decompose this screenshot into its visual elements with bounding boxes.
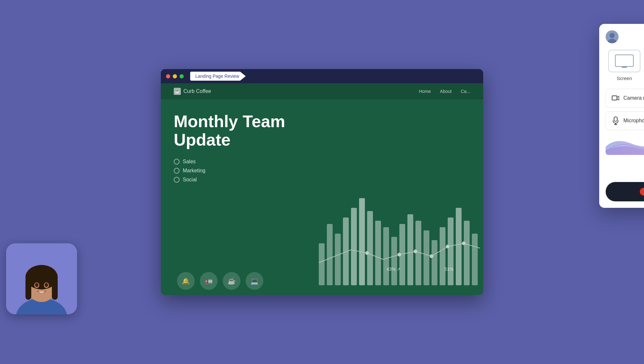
list-item: Sales [174,159,470,165]
svg-rect-16 [448,217,454,285]
hero-text: Monthly TeamUpdate Sales Marketing So [174,112,470,183]
svg-rect-0 [319,243,325,285]
svg-rect-33 [25,277,31,300]
svg-rect-2 [335,234,341,285]
microphone-icon [612,116,619,125]
nav-ca[interactable]: Ca... [461,89,470,94]
svg-rect-42 [615,55,633,66]
microphone-dropdown[interactable]: Microphone name ⌄ [606,111,644,130]
svg-text:43% ↗: 43% ↗ [386,267,401,272]
user-avatar-card [6,243,77,314]
list-item: Marketing [174,168,470,174]
list-dot [174,159,180,165]
traffic-light-yellow[interactable] [173,74,177,78]
list-dot [174,168,180,174]
list-item-label: Marketing [183,168,205,174]
site-nav-links: Home About Ca... [419,89,470,94]
bottom-icons-bar: 🔔 🚛 ☕ 💻 [177,267,263,295]
hero-title: Monthly TeamUpdate [174,112,470,149]
list-item-label: Social [183,177,197,183]
svg-text:51%: 51% [444,267,454,272]
outer-container: Landing Page Review ☕ Curb Coffee Home A… [32,24,612,340]
screen-mode-icon-box [608,50,640,72]
mode-screen-label: Screen [617,76,632,81]
browser-content: ☕ Curb Coffee Home About Ca... Monthly T… [161,83,483,295]
chart-area: 43% ↗ 51% [316,192,483,295]
list-dot [174,177,180,183]
audio-wave-svg [606,134,644,155]
svg-rect-34 [52,277,58,300]
screen-mode-icon [615,54,634,68]
hero-list: Sales Marketing Social [174,159,470,183]
svg-rect-6 [367,211,373,285]
svg-point-37 [35,283,38,287]
svg-point-38 [45,283,48,287]
nav-about[interactable]: About [440,89,452,94]
avatar-illustration [6,243,77,314]
svg-point-40 [610,33,615,38]
svg-rect-17 [456,208,462,285]
browser-window: Landing Page Review ☕ Curb Coffee Home A… [161,69,483,295]
camera-dropdown-label: Camera name [623,95,644,101]
svg-rect-14 [432,240,437,285]
camera-dropdown-icon [611,94,620,103]
chart-svg: 43% ↗ 51% [316,192,483,295]
avatar-icon [606,30,619,43]
site-hero: Monthly TeamUpdate Sales Marketing So [161,99,483,183]
bottom-icon-truck[interactable]: 🚛 [200,272,218,290]
svg-rect-45 [614,117,617,121]
camera-dropdown[interactable]: Camera name ⌄ [606,89,644,107]
svg-rect-9 [391,237,397,285]
svg-rect-13 [424,230,429,285]
svg-rect-5 [359,198,365,285]
svg-rect-4 [351,208,357,285]
mode-screen[interactable]: Screen [606,50,643,81]
svg-point-21 [398,253,401,256]
browser-titlebar: Landing Page Review [161,69,483,83]
svg-point-23 [430,255,433,258]
list-item-label: Sales [183,159,196,165]
recording-panel: Past recordings Screen [599,24,644,208]
video-camera-icon [612,95,620,101]
traffic-light-red[interactable] [166,74,170,78]
panel-header: Past recordings [606,30,644,43]
mode-options: Screen Camera [606,50,644,81]
microphone-dropdown-label: Microphone name [623,118,644,124]
svg-point-25 [462,242,465,245]
record-dot-icon [640,188,644,196]
svg-point-24 [446,245,449,248]
bottom-icon-laptop[interactable]: 💻 [246,272,263,290]
site-nav: ☕ Curb Coffee Home About Ca... [161,83,483,99]
svg-rect-19 [472,234,478,285]
list-item: Social [174,177,470,183]
nav-home[interactable]: Home [419,89,431,94]
svg-point-20 [366,251,369,255]
svg-rect-11 [407,214,413,285]
breadcrumb: Landing Page Review [190,72,246,81]
svg-rect-43 [622,66,627,68]
bottom-icon-coffee[interactable]: ☕ [223,272,240,290]
svg-rect-8 [383,227,389,285]
svg-point-22 [414,250,417,253]
svg-rect-7 [375,221,381,285]
microphone-dropdown-icon [611,116,620,125]
panel-avatar [606,30,619,43]
logo-icon: ☕ [174,88,181,95]
traffic-light-green[interactable] [180,74,184,78]
site-logo: ☕ Curb Coffee [174,88,211,95]
svg-rect-18 [464,221,470,285]
svg-rect-1 [327,224,333,285]
logo-text: Curb Coffee [183,88,211,94]
svg-rect-15 [440,227,445,285]
audio-wave [606,134,644,155]
svg-rect-44 [612,96,617,100]
bottom-icon-bell[interactable]: 🔔 [177,272,195,290]
start-recording-button[interactable]: Start recording [606,182,644,201]
